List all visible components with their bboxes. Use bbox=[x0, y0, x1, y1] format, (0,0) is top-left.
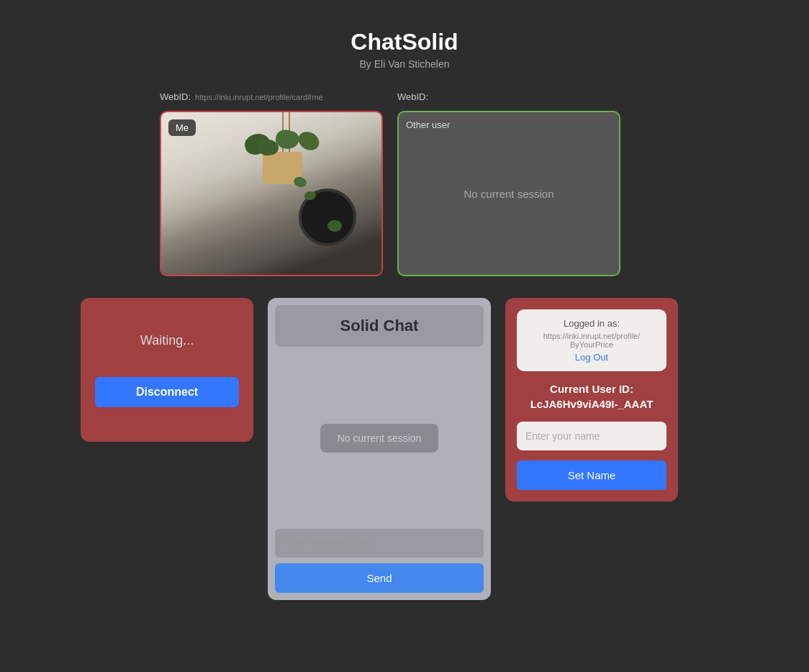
camera-image bbox=[161, 112, 381, 275]
set-name-button[interactable]: Set Name bbox=[517, 460, 666, 490]
video-section: WebID: https://inki.inrupt.net/profile/c… bbox=[160, 91, 649, 276]
current-user-section: Current User ID: LcJA6Hv9viA49I-_AAAT bbox=[517, 381, 666, 412]
logged-in-url-line2: ByYourPrice bbox=[525, 340, 658, 349]
waiting-text: Waiting... bbox=[140, 333, 194, 348]
header: ChatSolid By Eli Van Stichelen bbox=[351, 29, 458, 70]
me-webid-value: https://inki.inrupt.net/profile/card#me bbox=[195, 93, 322, 101]
name-input[interactable] bbox=[517, 422, 666, 450]
other-video-container: WebID: Other user No current session bbox=[397, 91, 620, 276]
send-button[interactable]: Send bbox=[275, 563, 484, 593]
logged-in-label: Logged in as: bbox=[525, 318, 658, 329]
chat-title: Solid Chat bbox=[340, 317, 419, 335]
me-video-box: Me bbox=[160, 111, 383, 276]
app-title: ChatSolid bbox=[351, 29, 458, 55]
app-subtitle: By Eli Van Stichelen bbox=[351, 58, 458, 70]
message-input[interactable] bbox=[275, 529, 484, 558]
me-video-container: WebID: https://inki.inrupt.net/profile/c… bbox=[160, 91, 383, 276]
logged-in-url-line1: https://inki.inrupt.net/profile/ bbox=[525, 332, 658, 340]
log-out-link[interactable]: Log Out bbox=[525, 352, 658, 363]
chat-header: Solid Chat bbox=[275, 305, 484, 347]
other-webid-label: WebID: bbox=[397, 91, 428, 102]
me-label: Me bbox=[168, 119, 196, 136]
main-content: Waiting... Disconnect Solid Chat No curr… bbox=[81, 298, 728, 600]
left-panel: Waiting... Disconnect bbox=[81, 298, 253, 442]
me-webid-label: WebID: bbox=[160, 91, 191, 102]
current-user-label: Current User ID: LcJA6Hv9viA49I-_AAAT bbox=[517, 381, 666, 412]
chat-no-session: No current session bbox=[320, 424, 439, 453]
other-user-label: Other user bbox=[406, 119, 450, 130]
other-video-box: Other user No current session bbox=[397, 111, 620, 276]
center-panel: Solid Chat No current session Send bbox=[268, 298, 491, 600]
other-no-session: No current session bbox=[464, 188, 553, 200]
right-panel: Logged in as: https://inki.inrupt.net/pr… bbox=[505, 298, 678, 501]
page-wrapper: ChatSolid By Eli Van Stichelen WebID: ht… bbox=[0, 0, 809, 672]
disconnect-button[interactable]: Disconnect bbox=[95, 377, 239, 407]
chat-messages-area: No current session bbox=[268, 354, 491, 522]
chat-input-area: Send bbox=[268, 522, 491, 600]
logged-in-box: Logged in as: https://inki.inrupt.net/pr… bbox=[517, 309, 666, 371]
